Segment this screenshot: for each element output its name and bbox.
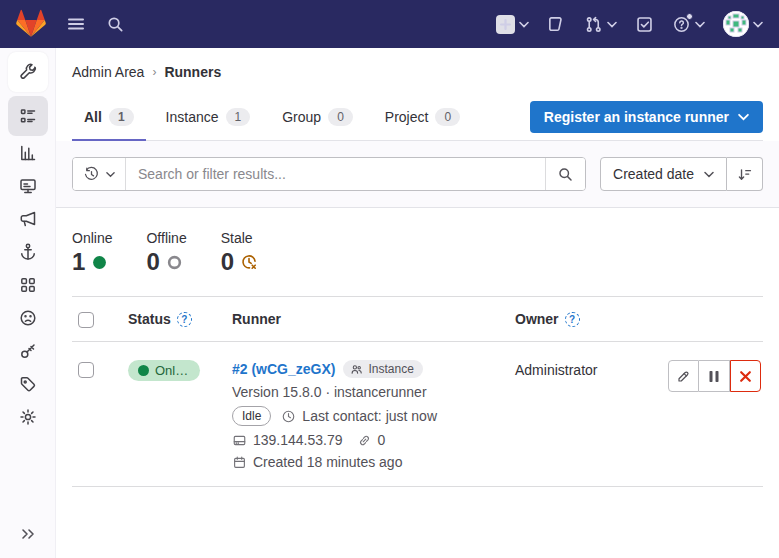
sidebar-item-messages[interactable] xyxy=(8,202,48,235)
runner-type-badge: Instance xyxy=(343,360,422,378)
offline-count: 0 xyxy=(146,248,159,276)
runner-contact-line: Idle Last contact: just now xyxy=(232,406,505,426)
megaphone-icon xyxy=(18,209,38,229)
user-menu-button[interactable] xyxy=(723,11,763,37)
search-input[interactable] xyxy=(126,158,545,190)
sidebar-item-deploy-keys[interactable] xyxy=(8,334,48,367)
merge-requests-button[interactable] xyxy=(584,15,617,34)
runner-link[interactable]: #2 (wCG_zeGX) xyxy=(232,361,335,377)
new-menu-button[interactable] xyxy=(496,15,529,34)
sort-controls: Created date xyxy=(600,157,763,191)
chevron-down-icon xyxy=(753,21,763,28)
sidebar-item-analytics[interactable] xyxy=(8,136,48,169)
tab-all-count: 1 xyxy=(109,108,134,126)
register-instance-runner-button[interactable]: Register an instance runner xyxy=(530,101,763,133)
status-stale-icon xyxy=(241,254,257,270)
delete-runner-button[interactable] xyxy=(730,360,761,392)
bar-chart-icon xyxy=(18,143,38,163)
breadcrumb-runners: Runners xyxy=(164,64,221,80)
sort-direction-button[interactable] xyxy=(727,157,763,191)
tab-project[interactable]: Project 0 xyxy=(373,98,472,141)
search-icon[interactable] xyxy=(106,15,125,34)
runner-created-line: Created 18 minutes ago xyxy=(232,454,505,470)
todos-icon[interactable] xyxy=(635,15,654,34)
status-online-icon xyxy=(92,255,107,270)
filtered-search xyxy=(72,157,586,191)
sidebar-item-overview[interactable] xyxy=(8,96,48,136)
pause-icon xyxy=(708,370,720,383)
avatar xyxy=(723,11,749,37)
sidebar-item-system-hooks[interactable] xyxy=(8,235,48,268)
stat-online: Online 1 xyxy=(72,230,112,276)
chevron-down-icon xyxy=(519,21,529,28)
column-header-status: Status ? xyxy=(128,311,232,327)
top-navbar xyxy=(0,0,779,48)
column-header-runner: Runner xyxy=(232,311,515,327)
row-checkbox[interactable] xyxy=(78,362,94,378)
tab-instance-count: 1 xyxy=(226,108,251,126)
search-submit-button[interactable] xyxy=(545,158,585,190)
status-badge: Online xyxy=(128,360,200,381)
sidebar-item-settings[interactable] xyxy=(8,400,48,433)
owner-help-icon[interactable]: ? xyxy=(565,312,580,327)
calendar-icon xyxy=(232,455,247,470)
status-offline-icon xyxy=(167,255,182,270)
runner-stats: Online 1 Offline 0 Stale 0 xyxy=(72,208,763,296)
sidebar-item-admin-area[interactable] xyxy=(8,52,48,92)
select-all-checkbox[interactable] xyxy=(78,312,94,328)
job-status-badge: Idle xyxy=(232,406,271,426)
issues-icon[interactable] xyxy=(547,15,566,34)
edit-runner-button[interactable] xyxy=(668,360,699,392)
grid-icon xyxy=(18,275,38,295)
clock-icon xyxy=(281,409,296,424)
chevron-down-icon xyxy=(738,113,749,121)
pause-runner-button[interactable] xyxy=(699,360,730,392)
admin-sidebar xyxy=(0,48,56,558)
sidebar-expand-button[interactable] xyxy=(12,520,44,548)
tab-all[interactable]: All 1 xyxy=(72,98,146,141)
chevron-down-icon xyxy=(695,21,705,28)
stat-offline: Offline 0 xyxy=(146,230,186,276)
tab-group-count: 0 xyxy=(328,108,353,126)
runner-ip-line: 139.144.53.79 0 xyxy=(232,432,505,448)
runner-tabs-row: All 1 Instance 1 Group 0 Project 0 xyxy=(72,98,763,141)
runner-version-line: Version 15.8.0 · instancerunner xyxy=(232,384,505,400)
online-count: 1 xyxy=(72,248,85,276)
double-chevron-right-icon xyxy=(20,527,36,541)
pencil-icon xyxy=(676,369,691,384)
hamburger-menu-icon[interactable] xyxy=(66,14,86,34)
search-history-dropdown[interactable] xyxy=(73,158,126,190)
status-help-icon[interactable]: ? xyxy=(177,312,192,327)
chevron-down-icon xyxy=(704,171,714,178)
tab-instance[interactable]: Instance 1 xyxy=(154,98,263,141)
search-icon xyxy=(557,166,574,183)
overview-icon xyxy=(18,106,38,126)
tab-project-count: 0 xyxy=(435,108,460,126)
breadcrumb-separator-icon: › xyxy=(152,65,156,79)
tab-group[interactable]: Group 0 xyxy=(270,98,365,141)
linked-count: 0 xyxy=(378,432,386,448)
sort-descending-icon xyxy=(736,166,753,183)
history-icon xyxy=(83,166,100,183)
monitor-icon xyxy=(18,176,38,196)
anchor-icon xyxy=(18,242,38,262)
sidebar-item-applications[interactable] xyxy=(8,268,48,301)
owner-cell: Administrator xyxy=(515,360,663,378)
gitlab-logo-icon[interactable] xyxy=(16,9,46,39)
sidebar-item-abuse-reports[interactable] xyxy=(8,301,48,334)
label-tag-icon xyxy=(18,374,38,394)
sidebar-item-labels[interactable] xyxy=(8,367,48,400)
table-row: Online #2 (wCG_zeGX) Instance xyxy=(72,342,763,487)
stat-stale: Stale 0 xyxy=(221,230,257,276)
runner-summary-cell: #2 (wCG_zeGX) Instance Version 15.8.0 · … xyxy=(232,360,515,470)
close-icon xyxy=(739,370,752,383)
plus-icon xyxy=(496,15,515,34)
breadcrumb-admin-area[interactable]: Admin Area xyxy=(72,64,144,80)
chevron-down-icon xyxy=(106,171,115,178)
frown-face-icon xyxy=(18,308,38,328)
sort-by-dropdown[interactable]: Created date xyxy=(600,157,727,191)
sidebar-item-monitoring[interactable] xyxy=(8,169,48,202)
help-menu-button[interactable] xyxy=(672,15,705,34)
stale-count: 0 xyxy=(221,248,234,276)
gear-icon xyxy=(18,407,38,427)
